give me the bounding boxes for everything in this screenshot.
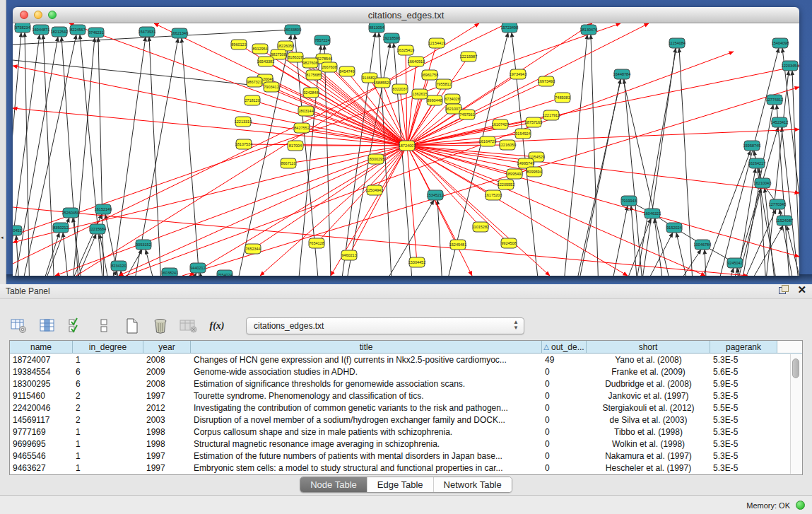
table-row[interactable]: 977716911998Corpus callosum shape and si… xyxy=(10,426,802,438)
network-node[interactable]: 16543382 xyxy=(257,57,274,66)
network-node[interactable]: 16164729 xyxy=(479,136,496,146)
network-node[interactable]: 2718120 xyxy=(245,95,260,105)
network-node[interactable]: 16107427 xyxy=(492,119,509,129)
network-node[interactable]: 15404098 xyxy=(772,38,789,48)
network-node[interactable]: 18995492 xyxy=(506,169,523,179)
function-builder-icon[interactable]: f(x) xyxy=(208,317,226,335)
network-node[interactable]: 12205552 xyxy=(498,180,514,189)
network-node[interactable]: 9867321 xyxy=(247,77,262,87)
network-node[interactable]: 8322037 xyxy=(392,84,408,94)
network-node[interactable]: 18212542 xyxy=(51,27,68,37)
table-selector-dropdown[interactable]: citations_edges.txt ▲▼ xyxy=(246,317,524,334)
network-node[interactable]: 8099594 xyxy=(526,167,542,177)
network-node[interactable]: 12217912 xyxy=(543,110,560,120)
column-header-out_de[interactable]: △out_de... xyxy=(542,341,587,354)
network-node[interactable]: 7485083 xyxy=(555,93,570,103)
network-node[interactable]: 7652344 xyxy=(245,244,261,254)
network-node[interactable]: 9924508 xyxy=(501,238,517,248)
network-node[interactable]: 16264217 xyxy=(748,158,765,168)
column-header-short[interactable]: short xyxy=(587,341,710,354)
network-node[interactable]: 18107534 xyxy=(235,139,252,149)
network-node[interactable]: 8175685 xyxy=(306,70,322,80)
network-node[interactable]: 15245481 xyxy=(449,240,466,250)
network-node[interactable]: 18757165 xyxy=(525,117,542,127)
tab-network-table[interactable]: Network Table xyxy=(434,477,512,492)
column-header-title[interactable]: title xyxy=(191,341,542,354)
table-row[interactable]: 2242004622012Investigating the contribut… xyxy=(10,402,802,414)
network-window-titlebar[interactable]: citations_edges.txt xyxy=(13,7,799,23)
network-node[interactable]: 7554024 xyxy=(217,270,233,276)
table-row[interactable]: 946362711997Embryonic stem cells: a mode… xyxy=(10,462,802,474)
network-node[interactable]: 1362615 xyxy=(412,89,428,99)
network-node[interactable]: 8350212 xyxy=(53,223,69,233)
network-node[interactable]: 8960123 xyxy=(231,40,247,49)
table-row[interactable]: 1830029562008Estimation of significance … xyxy=(10,378,802,390)
network-node[interactable]: 16973493 xyxy=(538,76,555,86)
network-node[interactable]: 11015282 xyxy=(472,222,489,232)
network-node[interactable]: 12215684 xyxy=(89,224,106,234)
network-node[interactable]: 8912954 xyxy=(252,44,268,54)
network-node[interactable]: 16640910 xyxy=(408,57,425,66)
network-node[interactable]: 12215987 xyxy=(460,52,477,62)
network-node[interactable]: 15723498 xyxy=(501,23,518,33)
network-node[interactable]: 8667110 xyxy=(281,158,296,168)
network-view-window[interactable]: citations_edges.txt 97582341604487118212… xyxy=(13,7,799,276)
table-row[interactable]: 946554611997Estimation of the future num… xyxy=(10,450,802,462)
network-node[interactable]: 16152149 xyxy=(95,204,112,214)
show-column-icon[interactable] xyxy=(38,317,57,335)
table-row[interactable]: 1872400712008Changes of HCN gene express… xyxy=(10,354,802,366)
network-node[interactable]: 11154084 xyxy=(669,38,686,48)
table-row[interactable]: 1938455462009Genome-wide association stu… xyxy=(10,366,802,378)
network-node[interactable]: 9150452 xyxy=(13,226,22,235)
table-vertical-scrollbar[interactable] xyxy=(790,354,801,474)
network-node[interactable]: 15473931 xyxy=(139,27,155,37)
network-node[interactable]: 8224567 xyxy=(70,25,86,35)
memory-status-icon[interactable] xyxy=(796,501,805,510)
delete-columns-icon[interactable] xyxy=(151,317,170,335)
table-mode-icon[interactable] xyxy=(10,317,28,335)
network-node[interactable]: 9440212 xyxy=(190,263,206,273)
network-node[interactable]: 16325419 xyxy=(397,45,414,55)
table-row[interactable]: 969969511998Structural magnetic resonanc… xyxy=(10,438,802,450)
network-canvas[interactable]: 9758234160448711821254282245679746231154… xyxy=(13,23,799,276)
network-node[interactable]: 25260450 xyxy=(62,208,79,218)
network-node[interactable]: 8813054 xyxy=(369,23,384,33)
network-node[interactable]: 12154419 xyxy=(428,38,445,48)
network-node[interactable]: 11524087 xyxy=(776,216,793,226)
network-node[interactable]: 8454749 xyxy=(339,66,355,76)
tab-edge-table[interactable]: Edge Table xyxy=(367,477,434,492)
network-node[interactable]: 7919943 xyxy=(621,196,637,206)
network-node[interactable]: 16961758 xyxy=(421,70,438,80)
network-node[interactable]: 19218596 xyxy=(383,33,400,43)
table-row[interactable]: 911546021997Tourette syndrome. Phenomeno… xyxy=(10,390,802,402)
network-node[interactable]: 16038241 xyxy=(161,268,178,276)
network-node[interactable]: 9152024 xyxy=(666,223,682,233)
network-node[interactable]: 9154924 xyxy=(515,129,531,139)
float-panel-icon[interactable] xyxy=(779,285,789,294)
network-node[interactable]: 15304452 xyxy=(408,257,425,267)
network-node[interactable]: 8990448 xyxy=(427,95,442,105)
network-node[interactable]: 9242848 xyxy=(303,88,319,98)
network-node[interactable]: 7955812 xyxy=(436,79,452,89)
network-node[interactable]: 8234120 xyxy=(111,261,126,271)
network-node[interactable]: 7654128 xyxy=(309,238,324,248)
column-header-in_degree[interactable]: in_degree xyxy=(73,341,143,354)
network-node[interactable]: 16448784 xyxy=(613,69,630,79)
rows-icon[interactable] xyxy=(95,317,113,335)
network-node[interactable]: 9053152 xyxy=(136,240,151,250)
network-node[interactable]: 9245042 xyxy=(727,258,743,268)
tab-node-table[interactable]: Node Table xyxy=(300,477,367,492)
network-node[interactable]: 2803144 xyxy=(298,106,314,116)
network-node[interactable]: 15885520 xyxy=(374,78,391,88)
network-node[interactable]: 7857224 xyxy=(314,35,330,45)
new-column-icon[interactable] xyxy=(123,317,141,335)
network-node[interactable]: 18724007 xyxy=(399,141,416,151)
network-node[interactable]: 18130476 xyxy=(580,25,597,35)
column-header-pagerank[interactable]: pagerank xyxy=(710,341,777,354)
network-node[interactable]: 16033809 xyxy=(284,25,301,35)
network-node[interactable]: 14523412 xyxy=(771,117,788,127)
column-header-name[interactable]: name xyxy=(10,341,73,354)
network-node[interactable]: 16044871 xyxy=(33,25,49,35)
network-node[interactable]: 16046321 xyxy=(644,209,661,218)
network-node[interactable]: 6734028 xyxy=(445,94,460,104)
